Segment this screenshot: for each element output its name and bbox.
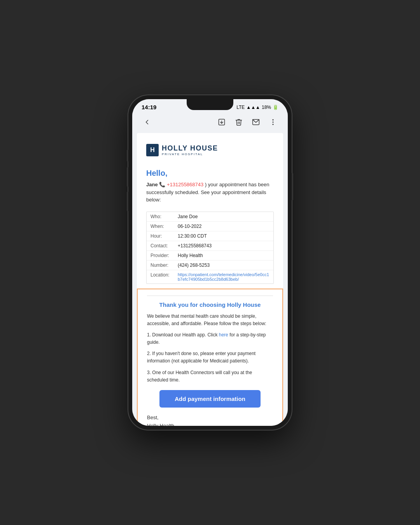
action-bar-right: [215, 115, 280, 129]
when-label: When:: [150, 224, 178, 229]
highlight-step2: 2. If you haven't done so, please enter …: [147, 350, 273, 365]
number-value: (424) 268-5253: [178, 262, 270, 268]
add-payment-button[interactable]: Add payment information: [159, 390, 260, 408]
greeting-phone: +131255868743: [167, 182, 203, 187]
delete-button[interactable]: [232, 115, 246, 129]
number-label: Number:: [150, 262, 178, 268]
highlight-title: Thank you for choosing Holly House: [147, 301, 273, 308]
who-label: Who:: [150, 214, 178, 219]
logo-area: H Holly House Private Hospital: [137, 133, 283, 163]
signature-name: Holly Health: [147, 422, 273, 426]
svg-point-3: [273, 119, 273, 120]
signature-block: Best, Holly Health: [147, 414, 273, 426]
detail-row-hour: Hour: 12:30:00 CDT: [147, 231, 273, 241]
detail-row-provider: Provider: Holly Health: [147, 251, 273, 261]
hour-label: Hour:: [150, 233, 178, 239]
contact-label: Contact:: [150, 243, 178, 248]
battery-icon: 🔋: [273, 105, 278, 110]
step1-text: 1. Download our Health app. Click: [147, 332, 219, 338]
here-link[interactable]: here: [219, 332, 228, 338]
location-link[interactable]: https://onpatient.com/telemedicine/video…: [178, 272, 270, 282]
status-time: 14:19: [142, 104, 156, 110]
location-label: Location:: [150, 272, 178, 282]
logo-sub-text: Private Hospital: [162, 152, 218, 156]
highlight-step1: 1. Download our Health app. Click here f…: [147, 331, 273, 346]
who-value: Jane Doe: [178, 214, 270, 219]
lte-label: LTE: [236, 105, 245, 110]
email-action-bar: [132, 112, 288, 133]
contact-value: +131255868743: [178, 243, 270, 248]
email-card: H Holly House Private Hospital Hello, Ja…: [137, 133, 283, 426]
download-button[interactable]: [215, 115, 229, 129]
logo-icon: H: [146, 144, 159, 156]
sign-off: Best,: [147, 414, 273, 422]
logo-main-text: Holly House: [162, 144, 218, 152]
battery-level: 18%: [262, 105, 271, 110]
appointment-details-table: Who: Jane Doe When: 06-10-2022 Hour: 12:…: [146, 212, 274, 284]
recipient-name: Jane: [146, 182, 158, 187]
phone-emoji: 📞: [159, 182, 165, 187]
highlight-step3: 3. One of our Health Connectors will cal…: [147, 369, 273, 384]
svg-point-4: [273, 122, 273, 122]
highlight-section: Thank you for choosing Holly House We be…: [137, 289, 283, 426]
status-icons: LTE ▲▲▲ 18% 🔋: [236, 105, 278, 110]
back-button[interactable]: [140, 115, 154, 129]
email-scroll-area[interactable]: H Holly House Private Hospital Hello, Ja…: [132, 133, 288, 426]
detail-row-contact: Contact: +131255868743: [147, 241, 273, 251]
detail-row-location: Location: https://onpatient.com/telemedi…: [147, 270, 273, 284]
signal-bars: ▲▲▲: [246, 105, 260, 110]
detail-row-number: Number: (424) 268-5253: [147, 261, 273, 270]
highlight-divider: [147, 296, 273, 296]
mail-button[interactable]: [249, 115, 263, 129]
hello-body: Jane 📞 +131255868743 ) your appointment …: [146, 181, 274, 204]
detail-row-when: When: 06-10-2022: [147, 222, 273, 231]
hello-title: Hello,: [146, 169, 274, 178]
highlight-body-intro: We believe that mental health care shoul…: [147, 313, 273, 327]
hour-value: 12:30:00 CDT: [178, 233, 270, 239]
detail-row-who: Who: Jane Doe: [147, 212, 273, 222]
provider-label: Provider:: [150, 253, 178, 258]
provider-value: Holly Health: [178, 253, 270, 258]
highlight-intro-text: We believe that mental health care shoul…: [147, 313, 266, 326]
logo-text-block: Holly House Private Hospital: [162, 144, 218, 156]
svg-point-5: [273, 124, 273, 125]
when-value: 06-10-2022: [178, 224, 270, 229]
hello-section: Hello, Jane 📞 +131255868743 ) your appoi…: [137, 163, 283, 207]
more-button[interactable]: [266, 115, 280, 129]
